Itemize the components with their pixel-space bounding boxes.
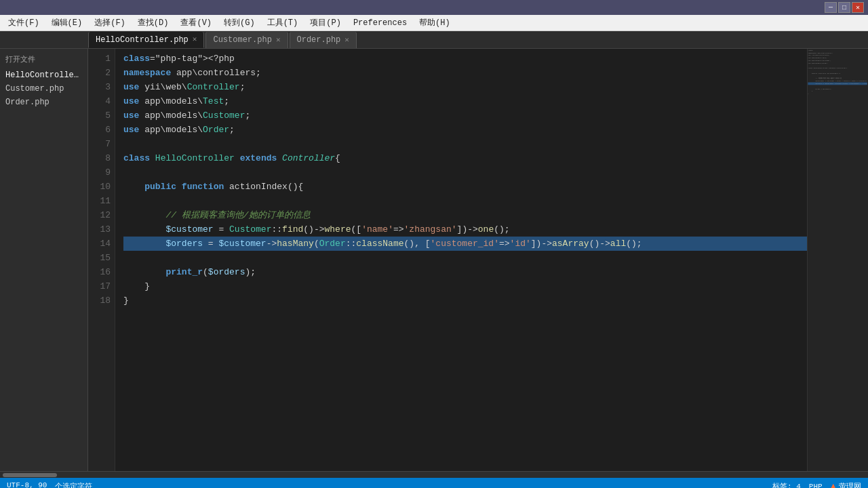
line-number-1: 1	[88, 52, 111, 66]
menu-item-h[interactable]: 帮助(H)	[414, 16, 456, 30]
code-line-1[interactable]: class="php-tag"><?php	[123, 52, 807, 66]
menu-item-preferences[interactable]: Preferences	[348, 17, 412, 29]
sidebar-file-customer-php[interactable]: Customer.php	[0, 82, 87, 96]
menu-item-d[interactable]: 查找(D)	[132, 16, 174, 30]
tab-label: HelloController.php	[96, 35, 189, 45]
status-right: 标签: 4 PHP ▲ 萤理网	[772, 481, 861, 489]
title-bar-controls: ─ □ ✕	[825, 2, 864, 13]
tab-close-icon[interactable]: ✕	[276, 37, 281, 44]
selection-info: 个选定字符	[55, 481, 92, 488]
sidebar-title: 打开文件	[0, 52, 87, 68]
line-number-8: 8	[88, 151, 111, 165]
tab-close-icon[interactable]: ✕	[193, 36, 197, 43]
tab-info: 标签: 4	[772, 481, 801, 488]
code-line-7[interactable]	[123, 137, 807, 151]
line-number-11: 11	[88, 194, 111, 208]
menu-item-v[interactable]: 查看(V)	[175, 16, 217, 30]
line-number-10: 10	[88, 180, 111, 194]
menu-item-p[interactable]: 项目(P)	[304, 16, 347, 30]
code-line-13[interactable]: $customer = Customer::find()->where(['na…	[123, 222, 807, 237]
brand-name: 萤理网	[839, 481, 861, 488]
sidebar-file-order-php[interactable]: Order.php	[0, 96, 87, 109]
line-number-3: 3	[88, 80, 111, 94]
line-number-7: 7	[88, 137, 111, 151]
line-number-15: 15	[88, 251, 111, 265]
tab-order-php[interactable]: Order.php✕	[290, 32, 357, 48]
sidebar: 打开文件 HelloController.phpCustomer.phpOrde…	[0, 49, 88, 471]
code-line-10[interactable]: public function actionIndex(){	[123, 180, 807, 194]
line-number-18: 18	[88, 293, 111, 308]
menu-item-e[interactable]: 编辑(E)	[46, 16, 88, 30]
brand-icon: ▲	[831, 481, 836, 489]
code-line-4[interactable]: use app\models\Test;	[123, 94, 807, 108]
code-line-16[interactable]: print_r($orders);	[123, 265, 807, 279]
minimap: <?phpnamespace app\controllers;use yii\w…	[807, 49, 868, 471]
line-number-12: 12	[88, 208, 111, 222]
encoding-info: UTF-8, 90	[7, 481, 47, 488]
line-number-5: 5	[88, 108, 111, 123]
language-info: PHP	[809, 483, 823, 489]
minimize-button[interactable]: ─	[825, 2, 837, 13]
line-numbers: 123456789101112131415161718	[88, 49, 115, 471]
horizontal-scrollbar[interactable]	[0, 471, 868, 478]
close-button[interactable]: ✕	[852, 2, 864, 13]
code-line-8[interactable]: class HelloController extends Controller…	[123, 151, 807, 165]
line-number-2: 2	[88, 66, 111, 80]
menu-item-t[interactable]: 工具(T)	[262, 16, 304, 30]
line-number-16: 16	[88, 265, 111, 279]
line-number-9: 9	[88, 165, 111, 180]
line-number-17: 17	[88, 279, 111, 293]
menu-bar: 文件(F)编辑(E)选择(F)查找(D)查看(V)转到(G)工具(T)项目(P)…	[0, 15, 868, 31]
menu-item-g[interactable]: 转到(G)	[218, 16, 260, 30]
menu-item-f[interactable]: 选择(F)	[89, 16, 131, 30]
code-line-5[interactable]: use app\models\Customer;	[123, 108, 807, 123]
code-line-12[interactable]: // 根据顾客查询他/她的订单的信息	[123, 208, 807, 222]
line-number-6: 6	[88, 123, 111, 137]
tab-label: Order.php	[297, 35, 341, 45]
editor-wrapper: 123456789101112131415161718 class="php-t…	[88, 49, 868, 471]
status-left: UTF-8, 90 个选定字符	[7, 481, 92, 488]
tab-close-icon[interactable]: ✕	[344, 37, 349, 44]
code-line-15[interactable]	[123, 251, 807, 265]
code-area[interactable]: class="php-tag"><?phpnamespace app\contr…	[115, 49, 807, 471]
code-line-14[interactable]: $orders = $customer->hasMany(Order::clas…	[123, 237, 807, 251]
tab-customer-php[interactable]: Customer.php✕	[205, 32, 288, 48]
line-number-14: 14	[88, 237, 111, 251]
main-area: 打开文件 HelloController.phpCustomer.phpOrde…	[0, 49, 868, 471]
scrollbar-thumb[interactable]	[3, 473, 57, 477]
sidebar-file-hellocontroller-php[interactable]: HelloController.php	[0, 68, 87, 82]
code-line-6[interactable]: use app\models\Order;	[123, 123, 807, 137]
code-line-3[interactable]: use yii\web\Controller;	[123, 80, 807, 94]
status-bar: UTF-8, 90 个选定字符 标签: 4 PHP ▲ 萤理网	[0, 478, 868, 488]
code-line-18[interactable]: }	[123, 293, 807, 308]
tab-label: Customer.php	[213, 35, 271, 45]
code-line-11[interactable]	[123, 194, 807, 208]
line-number-4: 4	[88, 94, 111, 108]
code-line-17[interactable]: }	[123, 279, 807, 293]
tab-bar: HelloController.php✕Customer.php✕Order.p…	[0, 31, 868, 49]
tab-hellocontroller-php[interactable]: HelloController.php✕	[88, 32, 204, 48]
line-number-13: 13	[88, 222, 111, 237]
brand-watermark: ▲ 萤理网	[831, 481, 861, 489]
menu-item-f[interactable]: 文件(F)	[3, 16, 45, 30]
maximize-button[interactable]: □	[838, 2, 850, 13]
title-bar: ─ □ ✕	[0, 0, 868, 15]
code-line-2[interactable]: namespace app\controllers;	[123, 66, 807, 80]
minimap-content: <?phpnamespace app\controllers;use yii\w…	[808, 49, 867, 96]
code-line-9[interactable]	[123, 165, 807, 180]
